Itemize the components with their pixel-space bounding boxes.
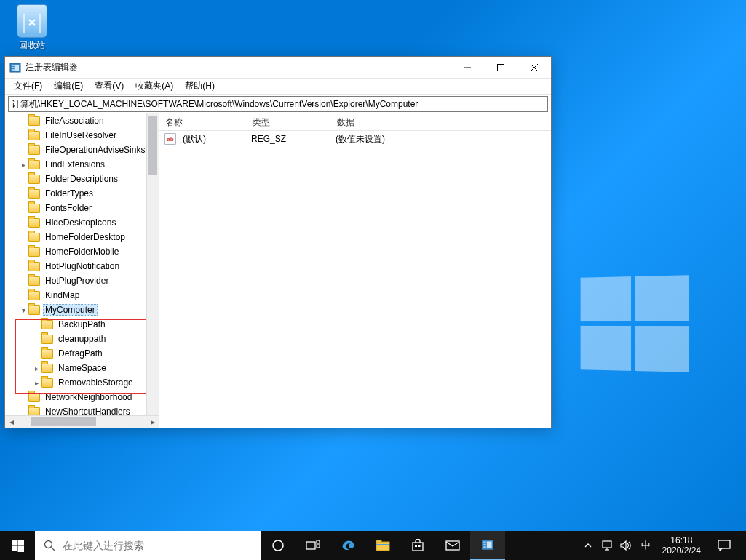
folder-icon — [41, 349, 53, 359]
start-button[interactable] — [0, 531, 35, 560]
tree-node[interactable]: HotPlugNotification — [5, 259, 159, 273]
tree-node[interactable]: HideDesktopIcons — [5, 215, 159, 230]
tree-node[interactable]: ▾MyComputer — [5, 303, 159, 317]
svg-rect-18 — [317, 545, 320, 548]
maximize-button[interactable] — [484, 57, 517, 78]
menu-view[interactable]: 查看(V) — [89, 79, 130, 94]
twisty-icon[interactable]: ▾ — [18, 306, 28, 314]
tree-node-label: NameSpace — [56, 362, 108, 374]
tree-node[interactable]: HotPlugProvider — [5, 273, 159, 288]
svg-rect-31 — [603, 541, 611, 548]
tree-node[interactable]: FolderTypes — [5, 186, 159, 201]
close-button[interactable] — [517, 57, 551, 78]
menu-favorites[interactable]: 收藏夹(A) — [130, 79, 179, 94]
tree-node[interactable]: NewShortcutHandlers — [5, 404, 159, 415]
tree-node[interactable]: KindMap — [5, 288, 159, 303]
tree-node[interactable]: FolderDescriptions — [5, 172, 159, 186]
horizontal-scrollbar[interactable]: ◂ ▸ — [5, 415, 159, 428]
column-name[interactable]: 名称 — [159, 113, 247, 130]
store-button[interactable] — [400, 531, 435, 560]
menu-file[interactable]: 文件(F) — [8, 79, 48, 94]
tree-node[interactable]: FileInUseResolver — [5, 128, 159, 143]
regedit-button[interactable] — [470, 531, 505, 560]
tree-node-label: FindExtensions — [43, 159, 107, 170]
system-tray[interactable]: 中 — [579, 531, 656, 560]
string-value-icon: ab — [162, 133, 178, 145]
tree-node-label: HomeFolderMobile — [43, 246, 121, 257]
list-body[interactable]: ab(默认)REG_SZ(数值未设置) — [159, 131, 551, 428]
tree-node[interactable]: FileOperationAdviseSinks — [5, 143, 159, 157]
scroll-left-icon[interactable]: ◂ — [5, 416, 17, 428]
tree-node[interactable]: HomeFolderDesktop — [5, 230, 159, 244]
twisty-icon[interactable]: ▸ — [31, 364, 41, 372]
tree-node[interactable]: ▸NameSpace — [5, 361, 159, 375]
tree-node[interactable]: FontsFolder — [5, 201, 159, 215]
tray-chevron-icon[interactable] — [582, 542, 595, 549]
svg-rect-17 — [317, 540, 320, 543]
tree-node[interactable]: HomeFolderMobile — [5, 244, 159, 259]
tree-node[interactable]: ▸RemovableStorage — [5, 375, 159, 390]
menu-help[interactable]: 帮助(H) — [179, 79, 221, 94]
tree-node[interactable]: cleanuppath — [5, 332, 159, 346]
tree-node-label: NetworkNeighborhood — [43, 391, 134, 403]
tree-node-label: DefragPath — [56, 348, 105, 359]
tree-node[interactable]: DefragPath — [5, 346, 159, 361]
folder-icon — [28, 131, 40, 140]
search-box[interactable] — [35, 531, 261, 560]
mail-button[interactable] — [435, 531, 470, 560]
svg-rect-11 — [12, 545, 17, 551]
clock[interactable]: 16:18 2020/2/24 — [656, 531, 707, 560]
tree-node[interactable]: NetworkNeighborhood — [5, 390, 159, 404]
registry-tree[interactable]: FileAssociationFileInUseResolverFileOper… — [5, 113, 159, 415]
folder-icon — [28, 160, 40, 169]
folder-icon — [28, 305, 40, 315]
address-input[interactable] — [9, 97, 547, 111]
scroll-right-icon[interactable]: ▸ — [146, 416, 159, 428]
show-desktop-button[interactable] — [742, 531, 746, 560]
tree-node[interactable]: FileAssociation — [5, 113, 159, 128]
folder-icon — [28, 393, 40, 402]
column-type[interactable]: 类型 — [247, 113, 331, 130]
folder-icon — [28, 175, 40, 184]
svg-rect-30 — [487, 542, 492, 548]
svg-rect-25 — [446, 541, 459, 550]
ime-indicator[interactable]: 中 — [638, 539, 654, 552]
tree-node[interactable]: BackupPath — [5, 317, 159, 332]
folder-icon — [28, 204, 40, 213]
folder-icon — [28, 247, 40, 257]
tree-node-label: HotPlugProvider — [43, 275, 111, 287]
file-explorer-button[interactable] — [365, 531, 400, 560]
tree-node-label: cleanuppath — [56, 333, 108, 345]
scrollbar-thumb[interactable] — [148, 116, 157, 175]
titlebar[interactable]: 注册表编辑器 — [5, 57, 551, 79]
twisty-icon[interactable]: ▸ — [31, 379, 41, 387]
network-icon[interactable] — [600, 540, 614, 551]
app-icon — [9, 62, 21, 73]
address-bar[interactable] — [8, 96, 548, 112]
volume-icon[interactable] — [619, 540, 632, 551]
twisty-icon[interactable]: ▸ — [18, 161, 28, 169]
action-center-button[interactable] — [707, 531, 742, 560]
value-type: REG_SZ — [247, 134, 331, 144]
tree-node-label: BackupPath — [56, 319, 108, 330]
clock-date: 2020/2/24 — [662, 545, 701, 556]
edge-button[interactable] — [330, 531, 365, 560]
svg-point-13 — [45, 541, 52, 548]
recycle-bin-icon[interactable]: 回收站 — [10, 4, 54, 52]
tree-node-label: FolderTypes — [43, 188, 95, 199]
minimize-button[interactable] — [451, 57, 484, 78]
vertical-scrollbar[interactable] — [146, 113, 159, 415]
column-data[interactable]: 数据 — [331, 113, 551, 130]
scrollbar-thumb[interactable] — [31, 417, 96, 426]
svg-rect-28 — [483, 544, 485, 545]
svg-rect-12 — [17, 545, 24, 552]
svg-rect-23 — [415, 545, 417, 547]
task-view-button[interactable] — [295, 531, 330, 560]
taskbar: 中 16:18 2020/2/24 — [0, 531, 746, 560]
cortana-button[interactable] — [261, 531, 295, 560]
menu-edit[interactable]: 编辑(E) — [48, 79, 89, 94]
search-input[interactable] — [63, 540, 252, 551]
tree-node[interactable]: ▸FindExtensions — [5, 157, 159, 172]
value-row[interactable]: ab(默认)REG_SZ(数值未设置) — [159, 132, 551, 145]
value-data: (数值未设置) — [331, 133, 389, 145]
